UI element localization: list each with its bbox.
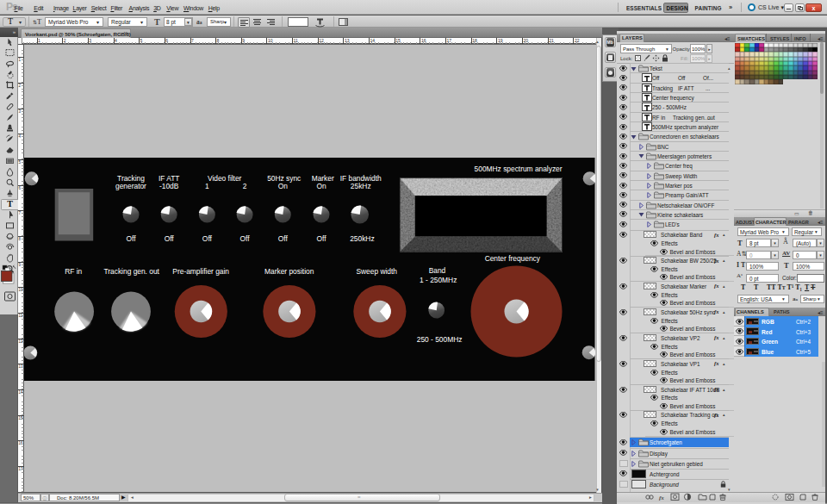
svg-text:On: On <box>317 182 327 190</box>
svg-text:generator: generator <box>115 182 146 190</box>
svg-text:Off: Off <box>127 234 137 243</box>
svg-text:250kHz: 250kHz <box>350 234 374 243</box>
svg-text:Marker: Marker <box>312 174 334 183</box>
svg-text:Marker position: Marker position <box>264 267 314 276</box>
svg-text:Off: Off <box>165 234 175 243</box>
svg-text:25kHz: 25kHz <box>351 182 371 190</box>
svg-text:IF bandwidth: IF bandwidth <box>340 174 382 183</box>
svg-text:Off: Off <box>317 234 327 243</box>
svg-text:50Hz sync: 50Hz sync <box>267 174 301 183</box>
svg-text:fx: fx <box>659 495 664 501</box>
svg-text:1 - 250MHz: 1 - 250MHz <box>420 276 457 284</box>
svg-text:Off: Off <box>240 234 251 243</box>
svg-text:RF in: RF in <box>65 267 82 276</box>
svg-text:Tracking: Tracking <box>117 174 145 183</box>
svg-text:Band: Band <box>429 266 446 275</box>
svg-text:Off: Off <box>202 234 213 243</box>
svg-text:Center frequency: Center frequency <box>485 254 541 263</box>
svg-text:On: On <box>278 182 289 190</box>
svg-text:1: 1 <box>205 182 209 190</box>
svg-text:Sweep width: Sweep width <box>357 267 398 276</box>
svg-text:-10dB: -10dB <box>159 182 179 190</box>
svg-text:Video filter: Video filter <box>208 174 242 183</box>
svg-text:T: T <box>7 199 13 208</box>
svg-text:2: 2 <box>243 182 247 190</box>
svg-text:Tracking gen. out: Tracking gen. out <box>104 267 160 276</box>
svg-text:250 - 500MHz: 250 - 500MHz <box>417 335 463 344</box>
svg-text:IF ATT: IF ATT <box>159 174 180 183</box>
svg-text:Off: Off <box>278 234 289 243</box>
svg-text:500MHz spectrum analyzer: 500MHz spectrum analyzer <box>475 165 563 173</box>
svg-text:Pre-amplifier gain: Pre-amplifier gain <box>173 267 230 276</box>
